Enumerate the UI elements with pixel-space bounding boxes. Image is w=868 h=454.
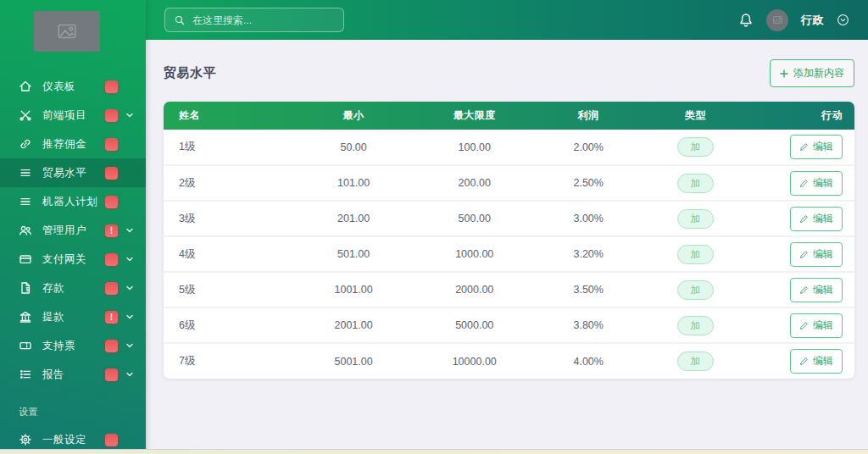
sidebar-item-withdrawals[interactable]: 提款 ! bbox=[0, 302, 146, 331]
chevron-down-circle-icon[interactable] bbox=[837, 14, 849, 26]
max-cell: 500.00 bbox=[412, 201, 537, 236]
window-bottom-edge bbox=[0, 449, 868, 454]
edit-button[interactable]: 编辑 bbox=[790, 349, 843, 374]
pencil-icon bbox=[799, 285, 809, 295]
table-row: 3级 201.00 500.00 3.00% 加 编辑 bbox=[164, 201, 854, 236]
topbar-right: 行政 bbox=[738, 9, 849, 31]
action-cell: 编辑 bbox=[751, 201, 854, 236]
profit-cell: 4.00% bbox=[537, 343, 640, 379]
max-cell: 100.00 bbox=[412, 130, 537, 165]
edit-button[interactable]: 编辑 bbox=[790, 313, 843, 338]
min-cell: 50.00 bbox=[295, 130, 413, 165]
name-cell: 7级 bbox=[164, 343, 295, 379]
app-logo[interactable] bbox=[34, 11, 100, 52]
sidebar-item-support-tickets[interactable]: 支持票 bbox=[0, 331, 146, 360]
max-cell: 10000.00 bbox=[412, 343, 537, 379]
edit-button[interactable]: 编辑 bbox=[790, 278, 843, 302]
chevron-down-icon bbox=[125, 226, 134, 235]
column-header: 利润 bbox=[537, 102, 640, 130]
alert-badge bbox=[105, 167, 118, 180]
type-cell: 加 bbox=[640, 130, 750, 165]
sidebar-item-robot-plan[interactable]: 机器人计划 bbox=[0, 187, 146, 216]
max-cell: 200.00 bbox=[412, 165, 537, 201]
action-cell: 编辑 bbox=[751, 307, 854, 343]
edit-button-label: 编辑 bbox=[813, 354, 833, 368]
min-cell: 2001.00 bbox=[295, 307, 413, 343]
action-cell: 编辑 bbox=[751, 236, 854, 272]
name-cell: 1级 bbox=[164, 130, 295, 165]
pencil-icon bbox=[799, 142, 809, 152]
menu-lines-icon bbox=[19, 195, 32, 208]
min-cell: 1001.00 bbox=[295, 272, 413, 307]
trade-levels-table: 姓名最小最大限度利润类型行动 1级 50.00 100.00 2.00% 加 编… bbox=[164, 102, 854, 379]
edit-button-label: 编辑 bbox=[813, 283, 833, 297]
users-icon bbox=[19, 224, 32, 237]
name-cell: 6级 bbox=[164, 307, 295, 343]
action-cell: 编辑 bbox=[751, 130, 854, 165]
chevron-down-icon bbox=[125, 313, 134, 321]
type-cell: 加 bbox=[640, 343, 750, 379]
svg-text:$: $ bbox=[26, 286, 30, 293]
max-cell: 1000.00 bbox=[412, 236, 537, 272]
sidebar-item-trade-level[interactable]: 贸易水平 bbox=[0, 158, 146, 187]
pencil-icon bbox=[799, 250, 809, 259]
trade-levels-card: 姓名最小最大限度利润类型行动 1级 50.00 100.00 2.00% 加 编… bbox=[164, 102, 854, 379]
sidebar-item-deposits[interactable]: $ 存款 bbox=[0, 274, 146, 302]
sidebar-item-payment-gateway[interactable]: 支付网关 bbox=[0, 245, 146, 274]
type-cell: 加 bbox=[640, 236, 750, 272]
alert-badge bbox=[105, 109, 118, 122]
pencil-icon bbox=[799, 321, 809, 330]
table-row: 7级 5001.00 10000.00 4.00% 加 编辑 bbox=[164, 343, 854, 379]
table-row: 5级 1001.00 2000.00 3.50% 加 编辑 bbox=[164, 272, 854, 307]
image-placeholder-icon bbox=[56, 20, 78, 42]
sidebar-item-referral-commission[interactable]: 推荐佣金 bbox=[0, 130, 146, 158]
sidebar-item-dashboard[interactable]: 仪表板 bbox=[0, 72, 146, 101]
chevron-down-icon bbox=[125, 284, 134, 292]
main-column: 行政 贸易水平 添加新内容 姓名最小最大限度利润类型行动 bbox=[146, 0, 868, 454]
name-cell: 2级 bbox=[164, 165, 295, 201]
search-input[interactable] bbox=[192, 14, 335, 26]
pencil-icon bbox=[799, 179, 809, 188]
edit-button-label: 编辑 bbox=[813, 140, 833, 154]
sidebar-item-reports[interactable]: 报告 bbox=[0, 360, 146, 389]
avatar[interactable] bbox=[766, 9, 788, 31]
deposit-file-icon: $ bbox=[19, 281, 32, 295]
sidebar-item-manage-users[interactable]: 管理用户 ! bbox=[0, 216, 146, 245]
alert-badge bbox=[105, 253, 118, 266]
add-new-button[interactable]: 添加新内容 bbox=[770, 59, 854, 87]
content-header: 贸易水平 添加新内容 bbox=[146, 40, 868, 102]
profit-cell: 2.00% bbox=[537, 130, 640, 165]
topbar: 行政 bbox=[146, 0, 868, 40]
action-cell: 编辑 bbox=[751, 343, 854, 379]
table-row: 2级 101.00 200.00 2.50% 加 编辑 bbox=[164, 165, 854, 201]
column-header: 最大限度 bbox=[412, 102, 537, 130]
max-cell: 2000.00 bbox=[412, 272, 537, 307]
plus-icon bbox=[780, 69, 788, 78]
edit-button[interactable]: 编辑 bbox=[790, 242, 843, 267]
name-cell: 4级 bbox=[164, 236, 295, 272]
user-name[interactable]: 行政 bbox=[801, 13, 824, 28]
column-header: 行动 bbox=[751, 102, 854, 130]
edit-button-label: 编辑 bbox=[813, 247, 833, 262]
min-cell: 5001.00 bbox=[295, 343, 413, 379]
bell-icon[interactable] bbox=[738, 13, 754, 28]
column-header: 姓名 bbox=[164, 102, 295, 130]
sidebar-item-frontend-project[interactable]: 前端项目 bbox=[0, 101, 146, 130]
type-badge: 加 bbox=[677, 280, 715, 300]
table-row: 1级 50.00 100.00 2.00% 加 编辑 bbox=[164, 130, 854, 165]
edit-button[interactable]: 编辑 bbox=[790, 171, 843, 196]
link-icon bbox=[19, 137, 32, 151]
profit-cell: 3.20% bbox=[537, 236, 640, 272]
page-title: 贸易水平 bbox=[164, 65, 216, 81]
chevron-down-icon bbox=[125, 111, 134, 119]
alert-badge bbox=[105, 282, 118, 295]
edit-button-label: 编辑 bbox=[813, 318, 833, 333]
report-list-icon bbox=[19, 368, 32, 381]
edit-button[interactable]: 编辑 bbox=[790, 135, 843, 159]
max-cell: 5000.00 bbox=[412, 307, 537, 343]
edit-button[interactable]: 编辑 bbox=[790, 207, 843, 231]
tools-icon bbox=[19, 108, 32, 122]
menu-lines-icon bbox=[19, 166, 32, 180]
profit-cell: 3.80% bbox=[537, 307, 640, 343]
search-icon bbox=[174, 14, 186, 26]
